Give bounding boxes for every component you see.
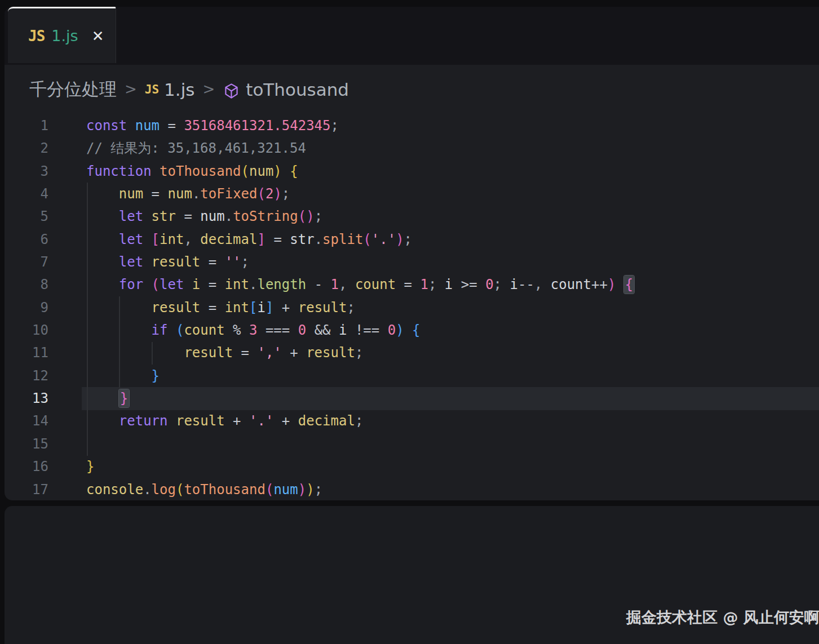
line-number: 16 <box>5 455 48 478</box>
tab-file-name: 1.js <box>51 27 78 45</box>
breadcrumb: 千分位处理 > JS 1.js > toThousand <box>5 65 349 114</box>
line-number: 7 <box>5 251 48 273</box>
breadcrumb-folder[interactable]: 千分位处理 <box>29 78 117 101</box>
gutter: 1234567891011121314151617 <box>5 114 48 501</box>
line-number: 2 <box>5 137 48 159</box>
code-line-14[interactable]: return result + '.' + decimal; <box>86 410 819 432</box>
code-line-7[interactable]: let result = ''; <box>86 251 819 273</box>
code-line-1[interactable]: const num = 35168461321.542345; <box>86 114 819 137</box>
code-editor[interactable]: 1234567891011121314151617 const num = 35… <box>5 114 819 500</box>
breadcrumb-symbol[interactable]: toThousand <box>246 79 349 100</box>
tab-1js[interactable]: JS 1.js ✕ <box>8 7 116 63</box>
chevron-right-icon: > <box>202 81 215 97</box>
line-number: 8 <box>5 273 48 296</box>
line-number: 9 <box>5 296 48 319</box>
line-number: 1 <box>5 114 48 137</box>
line-number: 10 <box>5 319 48 341</box>
code-line-15[interactable] <box>86 433 819 455</box>
tab-bar: JS 1.js ✕ <box>5 7 819 65</box>
line-number: 15 <box>5 433 48 455</box>
editor-group: JS 1.js ✕ 千分位处理 > JS 1.js > toThousand 1… <box>5 7 819 500</box>
code-line-16[interactable]: } <box>86 455 819 478</box>
line-number: 14 <box>5 410 48 432</box>
line-number: 12 <box>5 365 48 387</box>
code-line-9[interactable]: result = int[i] + result; <box>86 296 819 319</box>
breadcrumb-file[interactable]: 1.js <box>164 79 194 100</box>
code-line-17[interactable]: console.log(toThousand(num)); <box>86 478 819 501</box>
line-number: 11 <box>5 341 48 364</box>
code-lines: const num = 35168461321.542345;// 结果为: 3… <box>86 114 819 501</box>
code-line-13[interactable]: } <box>86 387 819 410</box>
line-number: 17 <box>5 478 48 501</box>
line-number: 3 <box>5 160 48 183</box>
line-number: 13 <box>5 387 48 410</box>
code-line-12[interactable]: } <box>86 365 819 387</box>
code-line-5[interactable]: let str = num.toString(); <box>86 205 819 228</box>
line-number: 5 <box>5 205 48 228</box>
code-line-2[interactable]: // 结果为: 35,168,461,321.54 <box>86 137 819 159</box>
code-line-3[interactable]: function toThousand(num) { <box>86 160 819 183</box>
close-tab-icon[interactable]: ✕ <box>92 28 104 45</box>
symbol-method-icon <box>223 82 240 100</box>
line-number: 6 <box>5 228 48 251</box>
code-line-8[interactable]: for (let i = int.length - 1, count = 1; … <box>86 273 819 296</box>
code-line-11[interactable]: result = ',' + result; <box>86 341 819 364</box>
code-line-4[interactable]: num = num.toFixed(2); <box>86 183 819 205</box>
watermark: 掘金技术社区 @ 风止何安啊 <box>626 607 819 628</box>
javascript-file-icon: JS <box>145 83 159 96</box>
chevron-right-icon: > <box>125 81 137 97</box>
javascript-file-icon: JS <box>28 28 45 45</box>
line-number: 4 <box>5 183 48 205</box>
code-line-10[interactable]: if (count % 3 === 0 && i !== 0) { <box>86 319 819 341</box>
code-line-6[interactable]: let [int, decimal] = str.split('.'); <box>86 228 819 251</box>
